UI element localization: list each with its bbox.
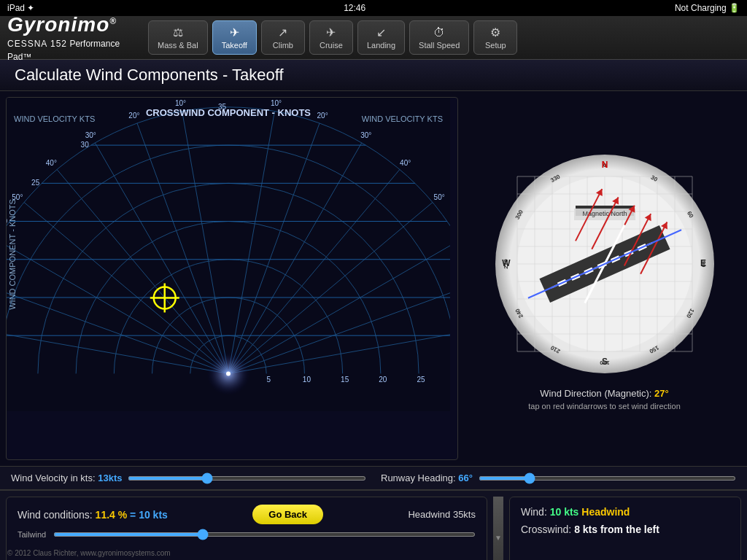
logo-reg: ® [109,15,117,26]
runway-heading-slider[interactable] [479,476,736,481]
wind-dir-text: Wind Direction (Magnetic): [540,388,651,399]
cond-slider-row: Tailwind [18,530,476,539]
setup-icon: ⚙ [490,26,500,39]
go-back-button[interactable]: Go Back [252,505,323,524]
wind-chart[interactable] [6,97,458,460]
wind-row: Wind: 10 kts Headwind [521,506,729,518]
tab-landing-label: Landing [367,41,395,50]
runway-heading-value: 66° [458,472,473,483]
tab-stall-speed[interactable]: ⏱ Stall Speed [409,20,469,55]
cessna-text: CESSNA 152 [7,38,67,49]
wind-value: 10 kts [550,506,579,518]
tab-climb-label: Climb [273,41,293,50]
tab-climb[interactable]: ↗ Climb [261,20,305,55]
page-title: Calculate Wind Components - Takeoff [15,66,732,85]
tap-hint: tap on red windarrows to set wind direct… [528,402,681,411]
conditions-slider[interactable] [53,532,476,537]
wind-velocity-value: 13kts [98,472,122,483]
tab-mass-bal[interactable]: ⚖ Mass & Bal [148,20,208,55]
status-right: Not Charging 🔋 [675,3,740,13]
wind-direction-label: Wind Direction (Magnetic): 27° [528,388,681,399]
wind-cond-label: Wind conditions: 11.4 % = 10 kts [18,509,168,521]
wind-dir-value: 27° [654,388,669,399]
tab-takeoff[interactable]: ✈ Takeoff [212,20,257,55]
tab-landing[interactable]: ↙ Landing [357,20,405,55]
copyright: © 2012 Claus Richter, www.gyronimosystem… [7,549,171,557]
tab-mass-bal-label: Mass & Bal [158,41,198,50]
compass-area: Wind Direction (Magnetic): 27° tap on re… [462,91,747,466]
tab-setup[interactable]: ⚙ Setup [473,20,517,55]
runway-heading-group: Runway Heading: 66° [381,472,736,483]
wind-velocity-slider[interactable] [128,476,366,481]
takeoff-icon: ✈ [230,26,239,39]
tab-stall-speed-label: Stall Speed [419,41,460,50]
status-time: 12:46 [344,3,365,13]
wind-cond-pct: 11.4 % [96,509,128,521]
crosswind-row: Crosswind: 8 kts from the left [521,524,729,535]
compass-container[interactable] [488,147,721,381]
wind-velocity-group: Wind Velocity in kts: 13kts [11,472,366,483]
tailwind-label: Tailwind [18,530,46,539]
tab-cruise-label: Cruise [320,41,343,50]
tab-takeoff-label: Takeoff [222,41,247,50]
logo-cessna: CESSNA 152 Performance Pad™ [7,36,139,63]
logo-gyronimo: Gyronimo® [7,13,139,36]
cruise-icon: ✈ [326,26,336,39]
wind-cond-top: Wind conditions: 11.4 % = 10 kts Go Back… [18,505,476,524]
headwind-label: Headwind 35kts [408,509,476,520]
logo-area: Gyronimo® CESSNA 152 Performance Pad™ [0,9,146,66]
tab-cruise[interactable]: ✈ Cruise [309,20,353,55]
main-content: Wind Direction (Magnetic): 27° tap on re… [0,91,747,466]
runway-heading-label: Runway Heading: 66° [381,472,473,483]
nav-bar: Gyronimo® CESSNA 152 Performance Pad™ ⚖ … [0,16,747,60]
wind-cond-eq: = 10 kts [130,509,168,521]
sliders-row: Wind Velocity in kts: 13kts Runway Headi… [0,466,747,489]
compass-info: Wind Direction (Magnetic): 27° tap on re… [528,388,681,411]
landing-icon: ↙ [376,26,386,39]
wind-velocity-label: Wind Velocity in kts: 13kts [11,472,122,483]
wind-result-panel: Wind: 10 kts Headwind Crosswind: 8 kts f… [509,497,741,560]
panel-divider: ▼ [493,497,503,560]
climb-icon: ↗ [278,26,287,39]
tab-setup-label: Setup [485,41,506,50]
mass-bal-icon: ⚖ [173,26,183,39]
wind-type: Headwind [581,506,630,518]
logo-text: Gyronimo [7,13,109,36]
crosswind-value: 8 kts [574,524,597,535]
stall-speed-icon: ⏱ [433,26,445,39]
nav-tabs: ⚖ Mass & Bal ✈ Takeoff ↗ Climb ✈ Cruise … [146,16,747,59]
crosswind-dir: from the left [600,524,659,535]
